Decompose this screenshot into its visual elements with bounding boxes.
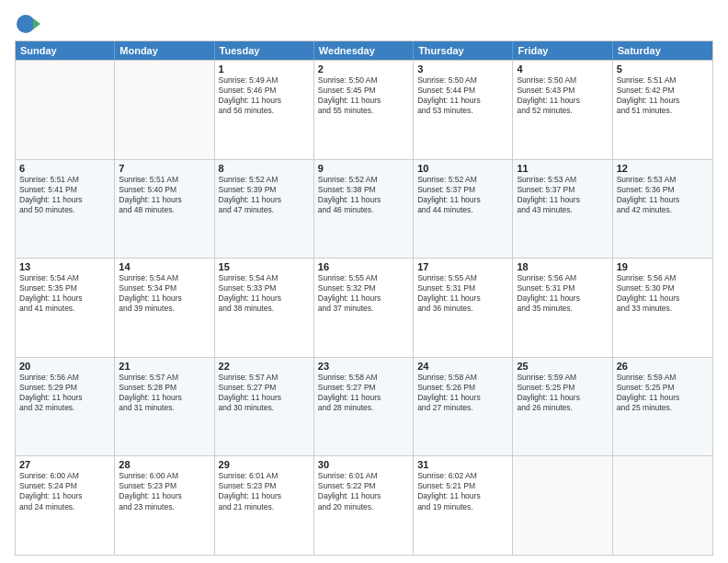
calendar-cell: 3Sunrise: 5:50 AM Sunset: 5:44 PM Daylig… — [414, 61, 513, 159]
calendar-row: 1Sunrise: 5:49 AM Sunset: 5:46 PM Daylig… — [16, 60, 712, 159]
day-number: 14 — [119, 261, 210, 272]
calendar-cell: 23Sunrise: 5:58 AM Sunset: 5:27 PM Dayli… — [314, 358, 414, 456]
day-number: 24 — [417, 361, 508, 372]
calendar-cell: 21Sunrise: 5:57 AM Sunset: 5:28 PM Dayli… — [115, 358, 214, 456]
day-number: 10 — [417, 163, 508, 174]
day-info: Sunrise: 5:55 AM Sunset: 5:31 PM Dayligh… — [417, 273, 508, 314]
page: SundayMondayTuesdayWednesdayThursdayFrid… — [0, 0, 728, 563]
day-info: Sunrise: 6:01 AM Sunset: 5:23 PM Dayligh… — [219, 471, 310, 511]
calendar-cell: 19Sunrise: 5:56 AM Sunset: 5:30 PM Dayli… — [613, 259, 712, 357]
day-info: Sunrise: 5:51 AM Sunset: 5:41 PM Dayligh… — [19, 175, 110, 215]
day-info: Sunrise: 5:54 AM Sunset: 5:34 PM Dayligh… — [119, 273, 210, 314]
day-info: Sunrise: 5:54 AM Sunset: 5:33 PM Dayligh… — [219, 273, 310, 314]
day-info: Sunrise: 5:55 AM Sunset: 5:32 PM Dayligh… — [318, 273, 409, 314]
calendar-cell — [115, 61, 214, 159]
calendar-cell: 31Sunrise: 6:02 AM Sunset: 5:21 PM Dayli… — [414, 456, 513, 555]
day-info: Sunrise: 5:56 AM Sunset: 5:29 PM Dayligh… — [19, 373, 110, 413]
day-number: 15 — [219, 261, 310, 272]
day-info: Sunrise: 5:53 AM Sunset: 5:36 PM Dayligh… — [617, 175, 709, 215]
calendar-cell: 20Sunrise: 5:56 AM Sunset: 5:29 PM Dayli… — [16, 358, 115, 456]
day-info: Sunrise: 5:58 AM Sunset: 5:26 PM Dayligh… — [417, 373, 508, 413]
day-info: Sunrise: 5:56 AM Sunset: 5:31 PM Dayligh… — [517, 273, 608, 314]
svg-marker-1 — [33, 18, 40, 29]
calendar-row: 27Sunrise: 6:00 AM Sunset: 5:24 PM Dayli… — [16, 455, 712, 555]
svg-point-0 — [17, 15, 35, 33]
day-info: Sunrise: 5:51 AM Sunset: 5:40 PM Dayligh… — [119, 175, 210, 215]
day-info: Sunrise: 5:49 AM Sunset: 5:46 PM Dayligh… — [219, 75, 310, 116]
day-info: Sunrise: 5:50 AM Sunset: 5:44 PM Dayligh… — [417, 75, 508, 116]
calendar-cell: 10Sunrise: 5:52 AM Sunset: 5:37 PM Dayli… — [414, 160, 513, 259]
calendar-cell: 2Sunrise: 5:50 AM Sunset: 5:45 PM Daylig… — [314, 61, 414, 159]
day-info: Sunrise: 5:59 AM Sunset: 5:25 PM Dayligh… — [517, 373, 608, 413]
calendar-cell: 17Sunrise: 5:55 AM Sunset: 5:31 PM Dayli… — [414, 259, 513, 357]
day-number: 18 — [517, 261, 608, 272]
calendar-cell: 6Sunrise: 5:51 AM Sunset: 5:41 PM Daylig… — [16, 160, 115, 259]
day-info: Sunrise: 5:57 AM Sunset: 5:27 PM Dayligh… — [219, 373, 310, 413]
day-number: 28 — [119, 459, 210, 470]
day-number: 20 — [19, 361, 110, 372]
day-number: 21 — [119, 361, 210, 372]
day-number: 4 — [517, 63, 608, 75]
day-number: 22 — [219, 361, 310, 372]
day-info: Sunrise: 6:01 AM Sunset: 5:22 PM Dayligh… — [318, 471, 409, 511]
day-number: 7 — [119, 163, 210, 174]
calendar-cell: 16Sunrise: 5:55 AM Sunset: 5:32 PM Dayli… — [314, 259, 414, 357]
calendar-cell: 18Sunrise: 5:56 AM Sunset: 5:31 PM Dayli… — [513, 259, 612, 357]
day-number: 2 — [318, 63, 409, 75]
day-number: 26 — [617, 361, 709, 372]
calendar-cell: 30Sunrise: 6:01 AM Sunset: 5:22 PM Dayli… — [314, 456, 414, 555]
calendar-row: 13Sunrise: 5:54 AM Sunset: 5:35 PM Dayli… — [16, 258, 712, 357]
day-info: Sunrise: 5:52 AM Sunset: 5:39 PM Dayligh… — [219, 175, 310, 215]
calendar-cell: 1Sunrise: 5:49 AM Sunset: 5:46 PM Daylig… — [215, 61, 314, 159]
calendar-cell: 13Sunrise: 5:54 AM Sunset: 5:35 PM Dayli… — [16, 259, 115, 357]
day-info: Sunrise: 5:54 AM Sunset: 5:35 PM Dayligh… — [19, 273, 110, 314]
logo — [15, 11, 44, 37]
calendar-cell: 8Sunrise: 5:52 AM Sunset: 5:39 PM Daylig… — [215, 160, 314, 259]
calendar-row: 20Sunrise: 5:56 AM Sunset: 5:29 PM Dayli… — [16, 357, 712, 456]
calendar-cell: 11Sunrise: 5:53 AM Sunset: 5:37 PM Dayli… — [513, 160, 612, 259]
calendar-cell: 7Sunrise: 5:51 AM Sunset: 5:40 PM Daylig… — [115, 160, 214, 259]
day-number: 11 — [517, 163, 608, 174]
day-number: 30 — [318, 459, 409, 470]
calendar-cell: 9Sunrise: 5:52 AM Sunset: 5:38 PM Daylig… — [314, 160, 414, 259]
calendar-cell — [513, 456, 612, 555]
calendar-cell: 4Sunrise: 5:50 AM Sunset: 5:43 PM Daylig… — [513, 61, 612, 159]
day-info: Sunrise: 5:52 AM Sunset: 5:38 PM Dayligh… — [318, 175, 409, 215]
day-number: 19 — [617, 261, 709, 272]
day-number: 3 — [417, 63, 508, 75]
day-info: Sunrise: 5:56 AM Sunset: 5:30 PM Dayligh… — [617, 273, 709, 314]
header-day-wednesday: Wednesday — [314, 41, 414, 60]
day-info: Sunrise: 6:00 AM Sunset: 5:23 PM Dayligh… — [119, 471, 210, 511]
day-number: 23 — [318, 361, 409, 372]
logo-icon — [15, 11, 40, 37]
day-number: 5 — [617, 63, 709, 75]
calendar-cell: 14Sunrise: 5:54 AM Sunset: 5:34 PM Dayli… — [115, 259, 214, 357]
calendar: SundayMondayTuesdayWednesdayThursdayFrid… — [15, 40, 713, 556]
day-number: 8 — [219, 163, 310, 174]
day-number: 17 — [417, 261, 508, 272]
day-number: 1 — [219, 63, 310, 75]
day-number: 6 — [19, 163, 110, 174]
header-day-thursday: Thursday — [414, 41, 513, 60]
header-day-tuesday: Tuesday — [215, 41, 314, 60]
day-number: 27 — [19, 459, 110, 470]
calendar-cell: 12Sunrise: 5:53 AM Sunset: 5:36 PM Dayli… — [613, 160, 712, 259]
day-info: Sunrise: 6:00 AM Sunset: 5:24 PM Dayligh… — [19, 471, 110, 511]
header — [15, 11, 713, 37]
calendar-cell — [16, 61, 115, 159]
day-number: 9 — [318, 163, 409, 174]
day-number: 25 — [517, 361, 608, 372]
calendar-cell: 25Sunrise: 5:59 AM Sunset: 5:25 PM Dayli… — [513, 358, 612, 456]
calendar-cell: 15Sunrise: 5:54 AM Sunset: 5:33 PM Dayli… — [215, 259, 314, 357]
day-info: Sunrise: 5:50 AM Sunset: 5:45 PM Dayligh… — [318, 75, 409, 116]
day-info: Sunrise: 5:51 AM Sunset: 5:42 PM Dayligh… — [617, 75, 709, 116]
header-day-monday: Monday — [115, 41, 214, 60]
header-day-sunday: Sunday — [16, 41, 115, 60]
calendar-cell: 22Sunrise: 5:57 AM Sunset: 5:27 PM Dayli… — [215, 358, 314, 456]
calendar-cell: 5Sunrise: 5:51 AM Sunset: 5:42 PM Daylig… — [613, 61, 712, 159]
day-number: 12 — [617, 163, 709, 174]
day-number: 29 — [219, 459, 310, 470]
calendar-row: 6Sunrise: 5:51 AM Sunset: 5:41 PM Daylig… — [16, 159, 712, 259]
calendar-cell: 28Sunrise: 6:00 AM Sunset: 5:23 PM Dayli… — [115, 456, 214, 555]
calendar-body: 1Sunrise: 5:49 AM Sunset: 5:46 PM Daylig… — [16, 60, 712, 555]
